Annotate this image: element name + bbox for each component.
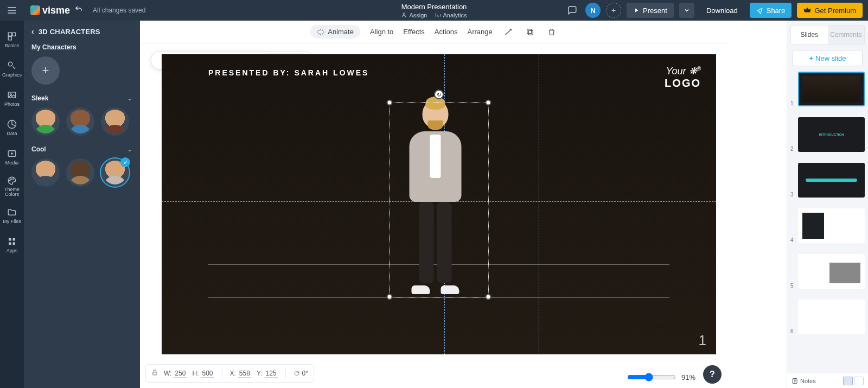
rail-media[interactable]: Media xyxy=(0,142,24,171)
cool-character-1[interactable] xyxy=(31,158,60,187)
category-sleek-toggle[interactable]: Sleek ⌄ xyxy=(31,94,132,102)
zoom-value: 91% xyxy=(681,373,695,381)
help-button[interactable]: ? xyxy=(703,365,722,384)
zoom-slider[interactable] xyxy=(627,373,676,381)
notes-button[interactable]: Notes xyxy=(792,378,816,384)
resize-handle-nw[interactable] xyxy=(387,100,393,106)
analytics-button[interactable]: Analytics xyxy=(435,12,467,18)
alignment-guide-v xyxy=(539,54,539,354)
thumb-slide-1[interactable]: ▧ xyxy=(798,72,865,106)
thumb-slide-3[interactable]: ▧ xyxy=(798,163,865,198)
sleek-character-3[interactable] xyxy=(101,107,129,136)
sleek-character-1[interactable] xyxy=(31,107,60,136)
arrange-button[interactable]: Arrange xyxy=(467,28,492,36)
animate-button[interactable]: Animate xyxy=(310,25,360,39)
rail-graphics[interactable]: Graphics xyxy=(0,54,24,84)
duplicate-button[interactable] xyxy=(524,26,536,38)
style-picker-button[interactable] xyxy=(502,26,514,38)
resize-handle-se[interactable] xyxy=(485,294,491,300)
view-list[interactable] xyxy=(854,377,864,385)
play-icon xyxy=(633,7,640,14)
height-input[interactable]: H:500 xyxy=(192,370,214,378)
undo-button[interactable] xyxy=(74,5,83,16)
canvas-area: Animate Align to Effects Actions Arrange… xyxy=(140,21,728,388)
rail-data[interactable]: Data xyxy=(0,113,24,142)
add-character-button[interactable]: + xyxy=(31,56,60,85)
assign-button[interactable]: Assign xyxy=(401,12,427,18)
project-title[interactable]: Modern Presentation xyxy=(401,3,467,11)
copy-icon xyxy=(526,28,534,36)
comments-button[interactable] xyxy=(565,3,580,18)
tab-slides[interactable]: Slides xyxy=(791,26,828,44)
resize-handle-ne[interactable] xyxy=(485,100,491,106)
category-cool-toggle[interactable]: Cool ⌄ xyxy=(31,145,132,153)
chevron-left-icon: ‹ xyxy=(31,27,34,36)
add-collaborator-button[interactable]: + xyxy=(606,3,621,18)
rail-apps[interactable]: Apps xyxy=(0,230,24,259)
x-input[interactable]: X:558 xyxy=(230,370,251,378)
menu-button[interactable] xyxy=(0,5,24,16)
folder-icon xyxy=(7,207,17,217)
notes-icon xyxy=(792,378,798,384)
selection-box[interactable]: ↻ xyxy=(389,102,489,297)
right-panel-footer: Notes xyxy=(787,373,868,388)
svg-rect-14 xyxy=(13,242,16,245)
effects-button[interactable]: Effects xyxy=(403,28,425,36)
svg-rect-16 xyxy=(527,29,531,33)
user-avatar[interactable]: N xyxy=(585,3,601,18)
lock-aspect-button[interactable] xyxy=(151,369,158,378)
resize-handle-sw[interactable] xyxy=(387,294,393,300)
rail-basics[interactable]: Basics xyxy=(0,25,24,54)
alignto-button[interactable]: Align to xyxy=(370,28,393,36)
chevron-down-icon xyxy=(684,7,690,14)
share-button[interactable]: Share xyxy=(750,3,792,18)
present-button[interactable]: Present xyxy=(627,3,674,18)
new-slide-button[interactable]: +New slide xyxy=(793,50,863,66)
trash-icon xyxy=(547,28,556,36)
sleek-character-2[interactable] xyxy=(66,107,94,136)
svg-rect-12 xyxy=(13,238,16,241)
tab-comments[interactable]: Comments xyxy=(828,26,865,44)
width-input[interactable]: W:250 xyxy=(164,370,187,378)
photos-icon xyxy=(7,90,17,100)
share-icon xyxy=(756,7,763,14)
brand-logo[interactable]: visme xyxy=(30,5,70,16)
rotation-handle[interactable]: ↻ xyxy=(434,90,444,99)
lock-icon xyxy=(151,369,158,376)
right-panel: Slides Comments +New slide 1▧ 2INTRODUCT… xyxy=(787,21,868,388)
selected-check-icon: ✓ xyxy=(120,157,130,167)
presenter-text[interactable]: PRESENTED BY: SARAH LOWES xyxy=(208,68,369,77)
rotation-input[interactable]: 0° xyxy=(293,370,308,377)
rail-theme-colors[interactable]: Theme Colors xyxy=(0,171,24,201)
left-rail: Basics Graphics Photos Data Media Theme … xyxy=(0,21,24,388)
chevron-down-icon: ⌄ xyxy=(127,145,132,153)
palette-icon xyxy=(7,176,17,186)
your-logo-placeholder[interactable]: Your ❋® LOGO xyxy=(665,65,701,90)
download-button[interactable]: Download xyxy=(700,3,744,18)
cool-character-3[interactable]: ✓ xyxy=(101,158,129,187)
svg-rect-2 xyxy=(12,33,16,36)
cool-character-2[interactable] xyxy=(66,158,94,187)
chevron-down-icon: ⌄ xyxy=(127,94,132,102)
slide-canvas[interactable]: PRESENTED BY: SARAH LOWES Your ❋® LOGO 1… xyxy=(162,54,716,354)
svg-rect-11 xyxy=(9,238,11,241)
thumb-slide-5[interactable]: ▧ xyxy=(798,254,865,289)
present-options-button[interactable] xyxy=(679,3,694,18)
delete-button[interactable] xyxy=(546,26,558,38)
svg-rect-13 xyxy=(9,242,11,245)
view-grid[interactable] xyxy=(843,377,853,385)
thumb-slide-6[interactable] xyxy=(798,300,865,334)
svg-point-10 xyxy=(13,179,14,180)
thumb-slide-2[interactable]: INTRODUCTION▧ xyxy=(798,117,865,152)
svg-point-9 xyxy=(11,179,12,180)
zoom-control: 91% xyxy=(627,373,695,381)
rail-photos[interactable]: Photos xyxy=(0,84,24,113)
rail-my-files[interactable]: My Files xyxy=(0,201,24,230)
thumb-slide-4[interactable]: ▧ xyxy=(798,208,865,243)
y-input[interactable]: Y:125 xyxy=(257,370,278,378)
get-premium-button[interactable]: Get Premium xyxy=(797,3,863,18)
panel-back[interactable]: ‹ 3D CHARACTERS xyxy=(31,27,132,36)
slide-page-number: 1 xyxy=(699,332,706,349)
media-icon xyxy=(7,149,17,158)
actions-button[interactable]: Actions xyxy=(435,28,458,36)
